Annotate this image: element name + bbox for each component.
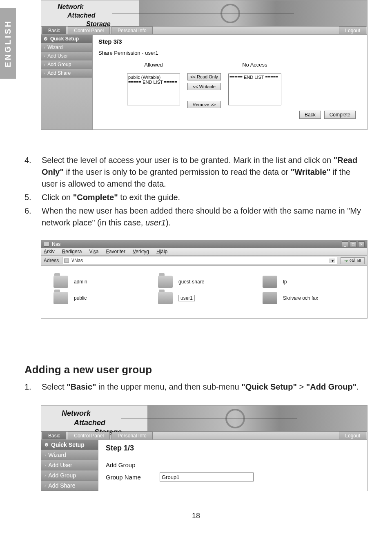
menu-redigera[interactable]: Redigera: [62, 249, 82, 254]
chevron-right-icon: ›: [44, 62, 45, 67]
list-number: 6.: [24, 205, 35, 229]
nas-top-tabs: Basic Control Panel Personal Info Logout: [41, 27, 367, 35]
list-number: 4.: [24, 154, 35, 190]
tab-logout[interactable]: Logout: [339, 27, 366, 34]
nas-screenshot-share-permission: Network Attached Storage Basic Control P…: [41, 0, 368, 130]
folder-public[interactable]: public: [53, 292, 146, 304]
tab-control-panel[interactable]: Control Panel: [68, 27, 110, 34]
remove-button[interactable]: Remove >>: [187, 101, 221, 108]
read-only-button[interactable]: << Read Only: [187, 73, 221, 80]
language-tab: ENGLISH: [0, 8, 16, 79]
nas-sidebar: ⚙Quick Setup ›Wizard ›Add User ›Add Grou…: [41, 440, 98, 491]
allowed-column-header: Allowed: [127, 62, 180, 68]
group-name-label: Group Name: [106, 474, 155, 481]
go-button[interactable]: ➔ Gå till: [341, 257, 365, 264]
sidebar-item-add-share[interactable]: ›Add Share: [41, 69, 92, 78]
menu-hjalp[interactable]: Hjälp: [156, 249, 167, 254]
sidebar-item-label: Quick Setup: [51, 441, 85, 448]
complete-button[interactable]: Complete: [324, 111, 356, 119]
writable-button[interactable]: << Writable: [187, 83, 221, 90]
tab-personal-info[interactable]: Personal Info: [111, 432, 153, 439]
close-icon[interactable]: ×: [358, 241, 365, 247]
group-name-input[interactable]: [160, 472, 254, 481]
menu-favoriter[interactable]: Favoriter: [106, 249, 125, 254]
sidebar-item-label: Wizard: [47, 45, 62, 50]
printer-icon: [263, 276, 277, 288]
chevron-right-icon: ›: [44, 54, 45, 58]
step-indicator: Step 1/3: [106, 444, 360, 452]
back-button[interactable]: Back: [299, 111, 321, 119]
sidebar-item-label: Add User: [48, 462, 72, 468]
nas-logo-line2: Attached: [41, 11, 139, 19]
tab-basic[interactable]: Basic: [42, 27, 66, 34]
list-item[interactable]: public (Writable): [128, 75, 179, 80]
allowed-listbox[interactable]: public (Writable) ===== END LIST =====: [127, 74, 180, 105]
sidebar-item-label: Quick Setup: [50, 36, 79, 42]
tab-basic[interactable]: Basic: [42, 432, 66, 439]
sidebar-item-label: Add User: [47, 53, 68, 59]
sidebar-item-quick-setup[interactable]: ⚙Quick Setup: [41, 35, 92, 43]
sidebar-item-add-share[interactable]: ›Add Share: [41, 481, 98, 491]
sidebar-item-label: Wizard: [48, 452, 66, 458]
computer-icon: [64, 259, 69, 263]
maximize-icon[interactable]: □: [350, 241, 356, 247]
sidebar-item-add-user[interactable]: ›Add User: [41, 460, 98, 470]
nas-banner-image: [147, 406, 367, 431]
sidebar-item-wizard[interactable]: ›Wizard: [41, 43, 92, 52]
nas-top-tabs: Basic Control Panel Personal Info Logout: [41, 432, 367, 440]
list-number: 5.: [24, 192, 35, 203]
gear-icon: ⚙: [44, 36, 48, 42]
sidebar-item-label: Add Share: [48, 482, 75, 489]
noaccess-listbox[interactable]: ===== END LIST =====: [228, 74, 281, 105]
printer-lp[interactable]: lp: [263, 276, 355, 288]
sidebar-item-label: Add Share: [47, 70, 71, 76]
address-value: \\Nas: [71, 258, 327, 263]
sidebar-item-wizard[interactable]: ›Wizard: [41, 450, 98, 460]
page-number: 18: [24, 512, 368, 520]
chevron-right-icon: ›: [45, 453, 46, 457]
folder-icon: [53, 276, 68, 288]
list-number: 1.: [24, 381, 35, 393]
nas-sidebar: ⚙Quick Setup ›Wizard ›Add User ›Add Grou…: [41, 35, 93, 129]
sidebar-item-add-group[interactable]: ›Add Group: [41, 60, 92, 69]
minimize-icon[interactable]: _: [342, 241, 348, 247]
chevron-right-icon: ›: [44, 45, 45, 50]
gear-icon: ⚙: [45, 442, 49, 448]
go-arrow-icon: ➔: [344, 258, 348, 263]
chevron-right-icon: ›: [45, 473, 46, 478]
folder-guest-share[interactable]: guest-share: [158, 276, 250, 288]
sidebar-item-add-user[interactable]: ›Add User: [41, 52, 92, 60]
noaccess-column-header: No Access: [228, 62, 281, 68]
step-indicator: Step 3/3: [98, 38, 361, 45]
folder-icon: [53, 292, 68, 304]
explorer-screenshot: Nas _ □ × Arkiv Redigera Visa Favoriter …: [41, 240, 368, 319]
tab-logout[interactable]: Logout: [339, 432, 366, 439]
sidebar-item-label: Add Group: [47, 62, 71, 67]
list-item: ===== END LIST =====: [229, 75, 280, 80]
instruction-text: 4. Select the level of access your user …: [24, 154, 368, 229]
computer-icon: [44, 242, 49, 247]
nas-logo-line1: Network: [41, 408, 147, 417]
printers-and-faxes[interactable]: Skrivare och fax: [263, 292, 355, 304]
sidebar-item-quick-setup[interactable]: ⚙Quick Setup: [41, 440, 98, 450]
share-permission-title: Share Permission - user1: [98, 50, 361, 56]
chevron-right-icon: ›: [45, 463, 46, 468]
sidebar-item-add-group[interactable]: ›Add Group: [41, 470, 98, 481]
menu-arkiv[interactable]: Arkiv: [44, 249, 55, 254]
nas-logo-line1: Network: [41, 2, 139, 11]
address-input[interactable]: \\Nas ▾: [62, 257, 337, 264]
explorer-menu-bar: Arkiv Redigera Visa Favoriter Verktyg Hj…: [41, 248, 367, 256]
tab-personal-info[interactable]: Personal Info: [111, 27, 153, 34]
folder-admin[interactable]: admin: [53, 276, 146, 288]
address-label: Adress: [44, 258, 59, 263]
folder-user1[interactable]: user1: [158, 292, 250, 304]
folder-icon: [158, 276, 173, 288]
tab-control-panel[interactable]: Control Panel: [68, 432, 110, 439]
folder-icon: [158, 292, 173, 304]
chevron-down-icon[interactable]: ▾: [330, 259, 335, 263]
section-heading-add-group: Adding a new user group: [24, 363, 368, 376]
nas-screenshot-add-group: Network Attached Storage Basic Control P…: [41, 405, 368, 491]
printer-icon: [263, 292, 277, 304]
menu-visa[interactable]: Visa: [89, 249, 98, 254]
menu-verktyg[interactable]: Verktyg: [133, 249, 149, 254]
